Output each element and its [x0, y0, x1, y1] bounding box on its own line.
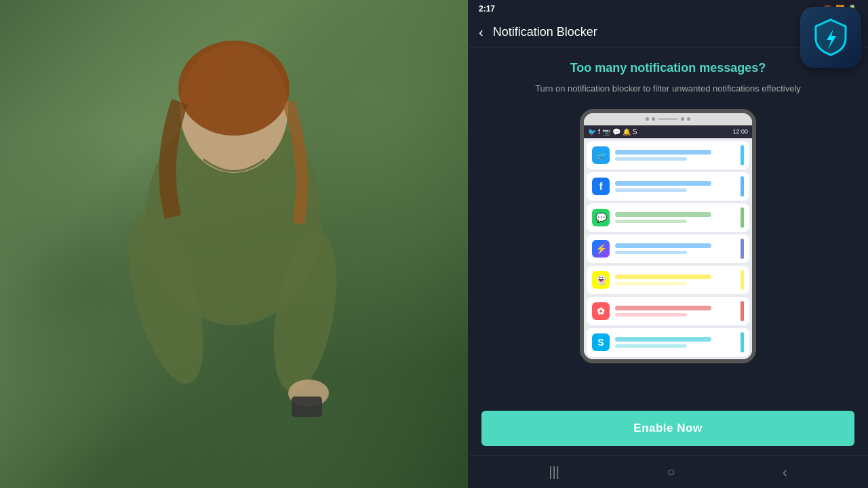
- app-logo: [800, 7, 861, 68]
- nav-home-icon[interactable]: ○: [667, 464, 675, 480]
- notif-item-whatsapp: 💬: [587, 203, 749, 232]
- bottom-navigation: ||| ○ ‹: [468, 455, 868, 488]
- line-bottom: [615, 251, 687, 254]
- line-top: [615, 243, 711, 248]
- whatsapp-notif-lines: [615, 212, 735, 223]
- phone-mockup: 🐦 f 📷 💬 🔔 S 12:00 🐦: [580, 109, 756, 363]
- notif-item-snapchat: 👻: [587, 266, 749, 294]
- phone-speaker: [658, 118, 678, 120]
- line-bottom: [615, 282, 687, 285]
- snapchat-notif-lines: [615, 274, 735, 285]
- app-title: Notification Blocker: [493, 25, 597, 39]
- phone-time: 12:00: [732, 128, 748, 135]
- notif-bar-indicator: [741, 332, 744, 352]
- notif-item-twitter: 🐦: [587, 141, 749, 169]
- notif-insta-icon: 📷: [602, 128, 610, 136]
- notif-item-messenger: ⚡: [587, 235, 749, 263]
- svg-rect-6: [292, 396, 322, 417]
- line-bottom: [615, 157, 687, 161]
- status-time: 2:17: [479, 4, 495, 14]
- notif-bar-indicator: [741, 239, 744, 259]
- phone-dot-3: [681, 117, 684, 121]
- headline-text: Too many notification messages?: [570, 61, 766, 75]
- notif-bar-indicator: [741, 207, 744, 228]
- notif-skype-icon: S: [633, 128, 637, 136]
- messenger-icon: ⚡: [592, 240, 610, 258]
- phone-dot-4: [687, 117, 690, 121]
- line-top: [615, 150, 711, 155]
- line-top: [615, 181, 711, 186]
- phone-notification-bar: 🐦 f 📷 💬 🔔 S 12:00: [584, 125, 752, 138]
- notif-item-facebook: f: [587, 172, 749, 201]
- shield-lightning-icon: [810, 17, 851, 58]
- line-top: [615, 212, 711, 217]
- airbnb-icon: ✿: [592, 302, 610, 320]
- notif-bar-indicator: [741, 301, 744, 321]
- notification-list: 🐦 f 💬: [584, 138, 752, 359]
- line-top: [615, 274, 711, 279]
- notif-bar-indicator: [741, 176, 744, 197]
- enable-now-button[interactable]: Enable Now: [481, 411, 854, 446]
- skype-notif-lines: [615, 337, 735, 348]
- phone-top-bar: [584, 113, 752, 125]
- app-panel: 2:17 🔇 📶 🔋 ‹ Notification Blocker Too ma…: [468, 0, 868, 488]
- person-figure: [98, 27, 370, 488]
- messenger-notif-lines: [615, 243, 735, 254]
- video-background: [0, 0, 468, 488]
- facebook-icon: f: [592, 178, 610, 195]
- notif-bell-icon: 🔔: [623, 128, 631, 136]
- line-bottom: [615, 313, 687, 317]
- snapchat-icon: 👻: [592, 271, 610, 289]
- line-bottom: [615, 220, 687, 223]
- nav-recent-icon[interactable]: |||: [549, 464, 559, 480]
- subtext: Turn on notification blocker to filter u…: [535, 82, 801, 96]
- nav-back-icon[interactable]: ‹: [783, 464, 787, 480]
- main-content: Too many notification messages? Turn on …: [468, 47, 868, 404]
- whatsapp-icon: 💬: [592, 209, 610, 226]
- notif-item-airbnb: ✿: [587, 297, 749, 325]
- line-bottom: [615, 344, 687, 348]
- notif-twitter-icon: 🐦: [588, 128, 596, 136]
- notif-msg-icon: 💬: [612, 128, 620, 136]
- back-button[interactable]: ‹: [479, 24, 484, 40]
- twitter-notif-lines: [615, 150, 735, 161]
- line-top: [615, 337, 711, 342]
- notif-bar-indicator: [741, 145, 744, 165]
- notif-item-skype: S: [587, 328, 749, 357]
- line-bottom: [615, 188, 687, 192]
- phone-dot-1: [646, 117, 649, 121]
- notif-bar-indicator: [741, 270, 744, 290]
- phone-dot-2: [652, 117, 655, 121]
- twitter-icon: 🐦: [592, 146, 610, 164]
- skype-icon: S: [592, 333, 610, 351]
- enable-button-container: Enable Now: [468, 404, 868, 455]
- facebook-notif-lines: [615, 181, 735, 192]
- airbnb-notif-lines: [615, 306, 735, 317]
- notif-fb-icon: f: [598, 128, 600, 136]
- svg-point-2: [178, 41, 290, 136]
- line-top: [615, 306, 711, 310]
